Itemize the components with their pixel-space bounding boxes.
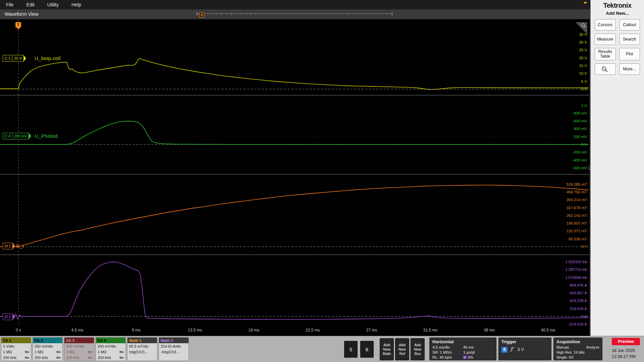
add-new-bus-button[interactable]: AddNewBus — [411, 338, 425, 360]
right-toolbar: Tektronix Add New... CursorsCalloutMeasu… — [590, 0, 644, 336]
x-tick-label: 36 ms — [484, 328, 495, 333]
horizontal-row: 4.5 ms/div45 ms — [432, 345, 493, 350]
y-tick-label: 214.619 A — [570, 307, 587, 311]
acquisition-analyze[interactable]: Analyze — [586, 345, 599, 349]
waveform-view-header: Waveform View U — [0, 9, 590, 19]
horizontal-right-value: ∿3% — [463, 355, 493, 359]
tektronix-logo: Tektronix — [591, 2, 644, 9]
button-results-table[interactable]: Results Table — [595, 48, 616, 60]
waveform-plot-area[interactable]: 35 V30 V25 V20 V15 V10 V5 V0 V1 V800 mV6… — [0, 19, 589, 336]
add-new-math-button[interactable]: AddNewMath — [380, 338, 394, 360]
badge-row: 200 kHzBW — [96, 355, 125, 360]
y-tick-label: -200 mV — [573, 150, 587, 154]
badge-header: Math 2 — [159, 338, 189, 343]
y-tick-label: 65.536 mT — [569, 237, 587, 241]
badge-math-1[interactable]: Math 165.5 mT/divIntg(Ch2)… — [127, 337, 157, 361]
badge-value: 1 MΩ — [3, 350, 12, 354]
acquisition-single-count: Single: 0/1 — [556, 355, 599, 360]
badge-value: 65.5 mT/div — [129, 344, 148, 348]
trigger-settings: 6 3 V — [501, 347, 548, 353]
badge-row: 65.5 mT/div — [127, 343, 157, 349]
button-callout[interactable]: Callout — [619, 19, 640, 31]
badge-header: Ch 3 — [64, 338, 94, 343]
y-tick-label: -600 mV — [573, 166, 587, 170]
acquisition-panel[interactable]: Acquisition Manual, Analyze High Res: 16… — [553, 338, 602, 360]
rising-edge-icon — [510, 347, 515, 353]
y-tick-label: 858.476 A — [570, 283, 587, 287]
trigger-level-value: 3 V — [518, 347, 524, 352]
bandwidth-limit-icon: BW — [56, 350, 61, 354]
add-new-heading: Add New... — [591, 11, 644, 16]
x-tick-label: 13.5 ms — [188, 328, 202, 333]
y-tick-label: 1.287713 kA — [565, 267, 587, 272]
y-tick-label: -400 mV — [573, 158, 587, 162]
button-cursors[interactable]: Cursors — [595, 19, 616, 31]
logo-text: Tektronix — [603, 2, 631, 9]
x-tick-label: 18 ms — [248, 328, 259, 333]
y-tick-label: 458.750 mT — [567, 190, 587, 194]
menu-item-file[interactable]: File — [6, 2, 14, 7]
trace-c-1[interactable] — [0, 59, 589, 89]
badge-row: 1 MΩBW — [1, 349, 31, 355]
trigger-position-flag[interactable]: T — [15, 22, 21, 27]
badge-row: 450 mV/div — [64, 343, 94, 349]
trace-m-2[interactable] — [0, 262, 589, 319]
badge-value: 200 mV/div — [98, 344, 116, 348]
slot-button-5[interactable]: 5 — [344, 341, 358, 358]
menu-item-help[interactable]: Help — [71, 2, 81, 7]
slot-button-6[interactable]: 6 — [360, 341, 374, 358]
badge-header: Ch 4 — [96, 338, 125, 343]
button-more[interactable]: More... — [619, 63, 640, 75]
acquisition-resolution: High Res: 16 bits — [556, 350, 599, 355]
y-tick-label: 196.607 mT — [567, 221, 587, 225]
badge-ch-2[interactable]: Ch 2250 mV/div1 MΩBW200 kHzBW — [33, 337, 63, 361]
badge-ch-1[interactable]: Ch 15 V/div1 MΩBW200 kHzBW — [1, 337, 31, 361]
magnifier-icon — [581, 23, 586, 28]
badge-value: 200 kHz — [98, 356, 111, 360]
badge-row: 1 MΩBW — [33, 349, 62, 355]
trace-c-4[interactable] — [0, 121, 589, 144]
ruler-trigger-marker[interactable]: U — [199, 12, 204, 17]
button-measure[interactable]: Measure — [595, 34, 616, 45]
badge-row: 200 kHzBW — [1, 355, 31, 360]
horizontal-right-value: 45 ms — [463, 345, 493, 349]
trigger-panel[interactable]: Trigger 6 3 V — [498, 338, 551, 360]
badge-ch-4[interactable]: Ch 4200 mV/div1 MΩBW200 kHzBW — [96, 337, 126, 361]
preview-button[interactable]: Preview — [612, 338, 640, 345]
y-tick-label: 1 V — [581, 104, 587, 108]
y-tick-label: -214.619 A — [568, 322, 587, 326]
badge-row: 214.61 A/div — [159, 343, 189, 349]
button-search[interactable]: Search — [619, 34, 640, 45]
badge-row: 250 mV/div — [33, 343, 62, 349]
badge-value: 214.61 A/div — [161, 344, 181, 348]
horizontal-panel[interactable]: Horizontal 4.5 ms/div45 msSR: 1 MS/s1 µs… — [429, 338, 496, 360]
zoom-waveform-icon[interactable] — [595, 63, 616, 75]
menu-item-edit[interactable]: Edit — [26, 2, 35, 7]
bandwidth-limit-icon: BW — [119, 356, 124, 359]
trigger-source-badge[interactable]: 6 — [501, 347, 507, 353]
badge-value: 1 MΩ — [35, 350, 44, 354]
acquisition-mode: Manual, — [556, 345, 570, 349]
menu-bar: FileEditUtilityHelp — [0, 0, 590, 9]
zoom-waveform-icon — [601, 66, 609, 72]
x-tick-label: 31.5 ms — [423, 328, 438, 333]
y-tick-label: 643.857 A — [570, 291, 587, 295]
add-new-ref-button[interactable]: AddNewRef — [395, 338, 409, 360]
badge-row: 1 MΩBW — [96, 349, 125, 355]
y-tick-label: 1.073094 kA — [565, 276, 587, 280]
acquisition-title: Acquisition — [556, 339, 599, 345]
badge-value: 200 kHz — [35, 356, 48, 360]
badge-ch-3[interactable]: Ch 3450 mV/div1 MΩBW200 kHzBW — [64, 337, 94, 361]
menu-item-utility[interactable]: Utility — [47, 2, 59, 7]
trace-m-1[interactable] — [0, 185, 589, 247]
badge-value: 200 kHz — [3, 356, 16, 360]
waveform-canvas[interactable]: 35 V30 V25 V20 V15 V10 V5 V0 V1 V800 mV6… — [0, 19, 589, 336]
badge-value: 250 mV/div — [35, 344, 53, 348]
acquisition-overview-ruler[interactable]: U — [197, 13, 392, 18]
button-plot[interactable]: Plot — [619, 48, 640, 60]
horizontal-rows: 4.5 ms/div45 msSR: 1 MS/s1 µs/ptRL: 45 k… — [432, 345, 493, 360]
x-tick-label: 9 ms — [132, 328, 141, 333]
y-tick-label: 0 T — [582, 245, 587, 249]
badge-value: 200 kHz — [66, 356, 79, 360]
badge-math-2[interactable]: Math 2214.61 A/div-Intg(Ch3… — [159, 337, 189, 361]
